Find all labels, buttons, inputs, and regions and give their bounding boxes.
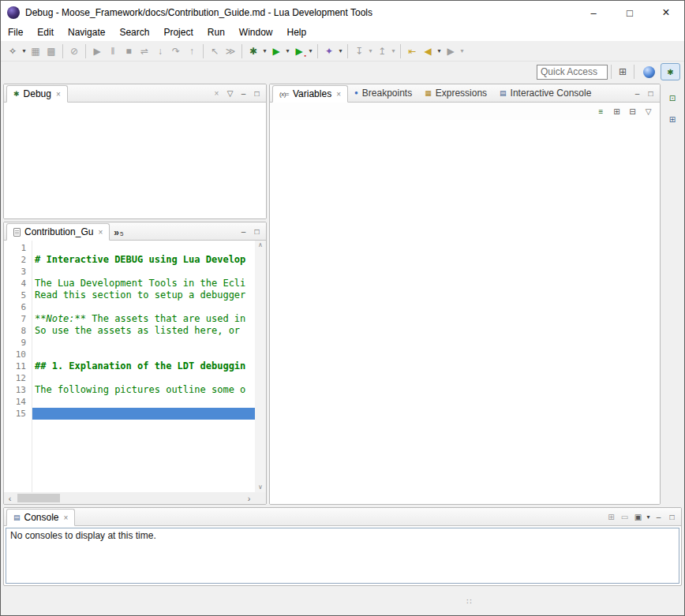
- next-annotation-dropdown-icon[interactable]: ▾: [367, 47, 374, 54]
- code-line[interactable]: ## 1. Explanation of the LDT debuggin: [32, 360, 255, 372]
- skip-breakpoints-button[interactable]: ⊘: [66, 43, 82, 59]
- minimize-editor-button[interactable]: –: [237, 225, 250, 238]
- tab-contribution-guide[interactable]: Contribution_Gu ×: [6, 223, 110, 241]
- console-content[interactable]: No consoles to display at this time.: [6, 528, 679, 584]
- vertical-scrollbar[interactable]: ∧ ∨: [255, 241, 266, 492]
- resume-button[interactable]: ▶: [89, 43, 105, 59]
- code-area[interactable]: # Interactive DEBUG using Lua Develop Th…: [32, 241, 255, 492]
- code-line[interactable]: [32, 349, 255, 360]
- tab-interactive-console[interactable]: ▤ Interactive Console: [493, 84, 597, 102]
- code-line[interactable]: The Lua Development Tools in the Ecli: [32, 278, 255, 289]
- close-window-button[interactable]: ×: [648, 1, 684, 24]
- lua-wizard-button[interactable]: ✦: [321, 43, 337, 59]
- save-all-button[interactable]: ▩: [43, 43, 59, 59]
- step-over-button[interactable]: ↷: [168, 43, 184, 59]
- run-dropdown-icon[interactable]: ▾: [284, 47, 291, 54]
- menu-search[interactable]: Search: [112, 24, 156, 41]
- save-button[interactable]: ▦: [28, 43, 43, 59]
- pin-console-button[interactable]: ▣: [631, 510, 645, 524]
- lua-perspective-button[interactable]: [639, 63, 659, 80]
- collapse-all-button[interactable]: ⊟: [626, 105, 639, 118]
- menu-help[interactable]: Help: [280, 24, 314, 41]
- close-variables-tab-icon[interactable]: ×: [336, 90, 341, 99]
- more-editors-chevron[interactable]: » 5: [110, 228, 127, 240]
- previous-annotation-button[interactable]: ↥: [374, 43, 390, 59]
- debug-view-menu-icon[interactable]: ▽: [223, 87, 237, 100]
- debug-dropdown-icon[interactable]: ▾: [261, 47, 268, 54]
- variables-view-menu-icon[interactable]: ▽: [642, 105, 655, 118]
- terminate-button[interactable]: ■: [121, 43, 137, 59]
- code-line[interactable]: **Note:** The assets that are used in: [32, 313, 255, 325]
- console-dropdown-icon[interactable]: ▾: [645, 513, 652, 521]
- show-type-names-button[interactable]: ≡: [594, 105, 608, 118]
- selected-code-line[interactable]: [32, 408, 255, 420]
- menu-run[interactable]: Run: [200, 24, 232, 41]
- maximize-window-button[interactable]: □: [612, 1, 648, 24]
- tab-breakpoints[interactable]: ● Breakpoints: [348, 84, 418, 102]
- horizontal-scrollbar[interactable]: ‹ ›: [4, 492, 255, 504]
- scrollbar-track[interactable]: [16, 492, 243, 504]
- minimize-console-button[interactable]: –: [652, 510, 665, 524]
- scroll-up-icon[interactable]: ∧: [258, 242, 263, 248]
- show-logical-structures-button[interactable]: ⊞: [610, 105, 623, 118]
- line-number-ruler[interactable]: 1 2 3 4 5 6 7 8 9 10 11 12 13: [4, 241, 32, 492]
- code-line[interactable]: Read this section to setup a debugger: [32, 289, 255, 301]
- new-wizard-dropdown-icon[interactable]: ▾: [21, 47, 28, 54]
- code-line[interactable]: [32, 242, 255, 254]
- quick-access-input[interactable]: [537, 65, 608, 80]
- code-line[interactable]: The following pictures outline some o: [32, 384, 255, 396]
- forward-dropdown-icon[interactable]: ▾: [459, 47, 466, 54]
- debug-button[interactable]: ✱: [245, 43, 261, 59]
- tab-console[interactable]: ▤ Console ×: [6, 509, 75, 526]
- run-button[interactable]: ▶: [268, 43, 284, 59]
- scroll-left-icon[interactable]: ‹: [4, 492, 16, 504]
- menu-edit[interactable]: Edit: [30, 24, 61, 41]
- back-dropdown-icon[interactable]: ▾: [436, 47, 443, 54]
- external-tools-button[interactable]: ▶ ▪: [291, 43, 307, 59]
- previous-annotation-dropdown-icon[interactable]: ▾: [390, 47, 397, 54]
- minimize-variables-view-button[interactable]: –: [631, 87, 644, 100]
- new-wizard-button[interactable]: ✧: [5, 43, 21, 59]
- maximize-debug-view-button[interactable]: □: [250, 87, 264, 100]
- open-console-button[interactable]: ⊞: [605, 510, 618, 524]
- maximize-editor-button[interactable]: □: [250, 225, 264, 238]
- use-step-filters-button[interactable]: ≫: [223, 43, 238, 59]
- open-perspective-button[interactable]: ⊞: [615, 64, 631, 80]
- code-line[interactable]: [32, 337, 255, 349]
- tab-variables[interactable]: (x)= Variables ×: [272, 85, 348, 103]
- remove-terminated-launches-button[interactable]: ×: [210, 87, 223, 100]
- close-console-tab-icon[interactable]: ×: [64, 513, 69, 522]
- code-line[interactable]: [32, 372, 255, 384]
- scroll-right-icon[interactable]: ›: [243, 492, 255, 504]
- menu-window[interactable]: Window: [232, 24, 280, 41]
- minimize-window-button[interactable]: –: [575, 1, 612, 24]
- minimized-views-stack-button[interactable]: ⊞: [666, 113, 679, 126]
- debug-perspective-button[interactable]: ✱: [661, 63, 680, 80]
- disconnect-button[interactable]: ⇌: [137, 43, 152, 59]
- code-line[interactable]: # Interactive DEBUG using Lua Develop: [32, 254, 255, 266]
- close-editor-tab-icon[interactable]: ×: [98, 228, 103, 237]
- code-line[interactable]: [32, 301, 255, 313]
- close-debug-tab-icon[interactable]: ×: [56, 90, 61, 99]
- variables-view-content[interactable]: [270, 120, 660, 504]
- menu-navigate[interactable]: Navigate: [61, 24, 112, 41]
- drop-to-frame-button[interactable]: ↖: [207, 43, 223, 59]
- step-into-button[interactable]: ↓: [152, 43, 168, 59]
- maximize-variables-view-button[interactable]: □: [644, 87, 657, 100]
- menu-file[interactable]: File: [1, 24, 30, 41]
- back-button[interactable]: ◀: [420, 43, 436, 59]
- tab-debug[interactable]: ✱ Debug ×: [6, 85, 68, 103]
- minimize-debug-view-button[interactable]: –: [237, 87, 250, 100]
- tab-expressions[interactable]: ▦ Expressions: [418, 84, 493, 102]
- suspend-button[interactable]: ‖: [105, 43, 121, 59]
- scroll-down-icon[interactable]: ∨: [258, 484, 263, 491]
- display-selected-console-button[interactable]: ▭: [618, 510, 631, 524]
- forward-button[interactable]: ▶: [443, 43, 459, 59]
- lua-wizard-dropdown-icon[interactable]: ▾: [337, 47, 344, 54]
- maximize-console-button[interactable]: □: [665, 510, 679, 524]
- code-line[interactable]: [32, 396, 255, 408]
- step-return-button[interactable]: ↑: [184, 43, 200, 59]
- restore-minimized-view-button[interactable]: ⊡: [666, 91, 679, 105]
- next-annotation-button[interactable]: ↧: [351, 43, 367, 59]
- code-line[interactable]: [32, 266, 255, 278]
